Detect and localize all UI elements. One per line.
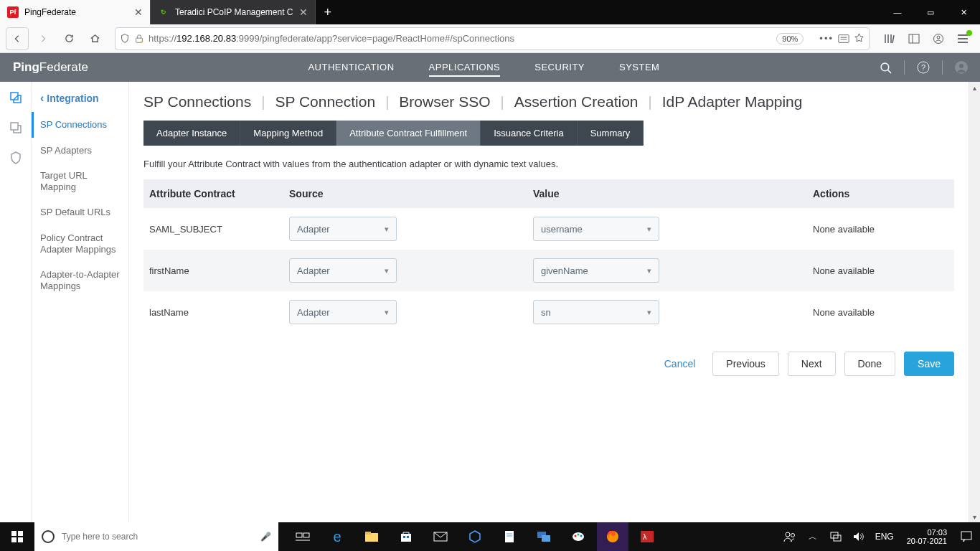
back-icon[interactable] — [6, 27, 29, 50]
value-select[interactable]: username▾ — [533, 217, 659, 241]
step-summary[interactable]: Summary — [578, 121, 644, 146]
action-center-icon[interactable] — [957, 531, 976, 542]
window-close-icon[interactable]: ✕ — [947, 0, 980, 24]
svg-rect-28 — [401, 534, 411, 542]
sidebar-item-sp-connections[interactable]: SP Connections — [32, 112, 128, 138]
mail-icon[interactable] — [425, 522, 456, 551]
user-icon[interactable] — [954, 60, 969, 75]
scroll-up-icon[interactable]: ▴ — [969, 82, 980, 93]
svg-rect-36 — [542, 535, 550, 542]
chevron-down-icon: ▾ — [385, 308, 389, 317]
done-button[interactable]: Done — [844, 352, 895, 376]
breadcrumb-item[interactable]: Assertion Creation — [514, 93, 639, 110]
zoom-badge[interactable]: 90% — [776, 33, 804, 44]
sidebar-item-sp-adapters[interactable]: SP Adapters — [32, 138, 128, 164]
notepad-icon[interactable] — [494, 522, 525, 551]
next-button[interactable]: Next — [788, 352, 836, 376]
close-icon[interactable]: ✕ — [299, 6, 308, 18]
sidebar-item-policy-contract-adapter-mappings[interactable]: Policy Contract Adapter Mappings — [32, 225, 128, 262]
breadcrumb-item[interactable]: SP Connection — [275, 93, 375, 110]
rail-integration-icon[interactable] — [9, 90, 23, 105]
window-minimize-icon[interactable]: — — [881, 0, 914, 24]
taskbar-search[interactable]: Type here to search 🎤 — [34, 522, 278, 551]
table-row: SAML_SUBJECT Adapter▾ username▾ None ava… — [143, 208, 954, 250]
explorer-icon[interactable] — [356, 522, 387, 551]
nav-security[interactable]: SECURITY — [534, 59, 585, 77]
cancel-link[interactable]: Cancel — [664, 358, 696, 369]
store-icon[interactable] — [390, 522, 422, 551]
home-icon[interactable] — [83, 27, 106, 50]
step-adapter-instance[interactable]: Adapter Instance — [143, 121, 240, 146]
cell-contract: lastName — [149, 307, 289, 318]
vertical-scrollbar[interactable]: ▴ ▾ — [969, 82, 980, 522]
cmder-icon[interactable]: λ — [631, 522, 663, 551]
top-nav: AUTHENTICATION APPLICATIONS SECURITY SYS… — [101, 59, 867, 77]
window-maximize-icon[interactable]: ▭ — [914, 0, 947, 24]
table-row: lastName Adapter▾ sn▾ None available — [143, 291, 954, 333]
browser-tab-teradici[interactable]: ↻ Teradici PCoIP Management C ✕ — [151, 0, 316, 24]
svg-point-16 — [959, 64, 963, 68]
start-button[interactable] — [0, 522, 34, 551]
step-issuance-criteria[interactable]: Issuance Criteria — [481, 121, 578, 146]
network-icon[interactable] — [826, 532, 845, 542]
breadcrumb-item[interactable]: SP Connections — [143, 93, 251, 110]
rail-tokens-icon[interactable] — [9, 151, 23, 165]
help-icon[interactable]: ? — [916, 60, 930, 75]
edge-icon[interactable]: e — [321, 522, 353, 551]
taskbar-clock[interactable]: 07:03 20-07-2021 — [901, 528, 953, 545]
value-select[interactable]: givenName▾ — [533, 258, 659, 283]
browser-tab-pingfederate[interactable]: Pf PingFederate ✕ — [0, 0, 151, 24]
svg-rect-4 — [909, 34, 919, 43]
content-area: SP Connections| SP Connection| Browser S… — [129, 82, 969, 522]
sidebar-item-target-url-mapping[interactable]: Target URL Mapping — [32, 163, 128, 199]
firefox-icon[interactable] — [597, 522, 628, 551]
rail-oauth-icon[interactable] — [9, 121, 23, 135]
svg-line-12 — [887, 70, 890, 72]
language-indicator[interactable]: ENG — [872, 532, 897, 542]
scroll-down-icon[interactable]: ▾ — [969, 511, 980, 522]
rdp-icon[interactable] — [528, 522, 560, 551]
source-select[interactable]: Adapter▾ — [289, 217, 397, 241]
forward-icon — [32, 27, 55, 50]
paint-icon[interactable] — [562, 522, 594, 551]
library-icon[interactable] — [878, 27, 901, 50]
nav-system[interactable]: SYSTEM — [619, 59, 659, 77]
sidebar-heading[interactable]: Integration — [32, 82, 128, 112]
bookmark-star-icon[interactable] — [854, 33, 864, 44]
source-select[interactable]: Adapter▾ — [289, 258, 397, 283]
menu-icon[interactable] — [951, 27, 974, 50]
svg-rect-20 — [18, 531, 23, 536]
volume-icon[interactable] — [849, 532, 868, 542]
sidebar-item-sp-default-urls[interactable]: SP Default URLs — [32, 199, 128, 225]
tab-label: Teradici PCoIP Management C — [175, 7, 293, 17]
search-icon[interactable] — [878, 60, 892, 75]
nav-applications[interactable]: APPLICATIONS — [429, 59, 501, 77]
source-select[interactable]: Adapter▾ — [289, 300, 397, 324]
windows-taskbar: Type here to search 🎤 e λ ︿ ENG 07:03 20… — [0, 522, 980, 551]
svg-point-7 — [937, 36, 940, 39]
breadcrumb-item[interactable]: Browser SSO — [399, 93, 490, 110]
account-icon[interactable] — [927, 27, 950, 50]
clock-date: 20-07-2021 — [907, 537, 947, 545]
task-view-icon[interactable] — [287, 522, 319, 551]
mic-icon[interactable]: 🎤 — [260, 532, 271, 542]
new-tab-button[interactable]: + — [316, 5, 341, 20]
sidebar-icon[interactable] — [903, 27, 925, 50]
save-button[interactable]: Save — [904, 352, 954, 376]
svg-rect-22 — [18, 537, 23, 542]
step-attribute-contract-fulfillment[interactable]: Attribute Contract Fulfillment — [336, 121, 481, 146]
previous-button[interactable]: Previous — [712, 352, 778, 376]
vbox-icon[interactable] — [459, 522, 491, 551]
step-mapping-method[interactable]: Mapping Method — [240, 121, 336, 146]
value-select[interactable]: sn▾ — [533, 300, 659, 324]
reader-icon[interactable] — [838, 34, 849, 44]
people-icon[interactable] — [781, 531, 799, 542]
cortana-icon — [42, 530, 55, 543]
tray-chevron-icon[interactable]: ︿ — [804, 531, 822, 543]
meatballs-icon[interactable]: ••• — [819, 33, 834, 44]
url-bar[interactable]: https://192.168.20.83:9999/pingfederate/… — [115, 27, 870, 50]
reload-icon[interactable] — [57, 27, 80, 50]
nav-authentication[interactable]: AUTHENTICATION — [308, 59, 394, 77]
close-icon[interactable]: ✕ — [134, 6, 143, 18]
sidebar-item-adapter-to-adapter-mappings[interactable]: Adapter-to-Adapter Mappings — [32, 262, 128, 298]
